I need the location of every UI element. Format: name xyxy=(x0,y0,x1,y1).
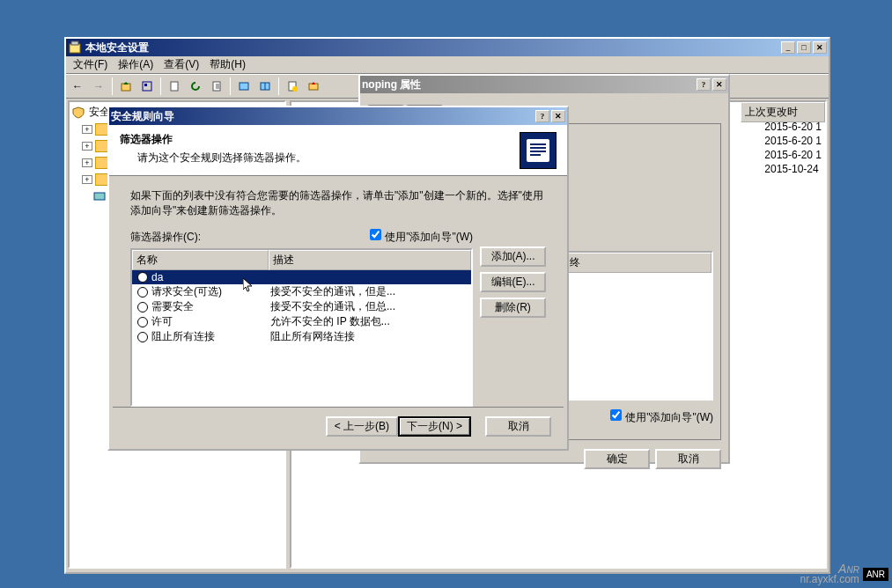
list-row[interactable]: 2015-6-20 1 xyxy=(764,148,822,162)
svg-rect-4 xyxy=(144,84,147,86)
svg-rect-2 xyxy=(122,84,130,91)
tb-icon-3[interactable] xyxy=(234,77,254,96)
menu-file[interactable]: 文件(F) xyxy=(68,55,113,74)
list-row[interactable]: 2015-6-20 1 xyxy=(764,120,822,134)
filter-list[interactable]: 名称 描述 da 请求安全(可选) 接受不安全的通讯，但是... xyxy=(130,248,473,407)
help-button[interactable]: ? xyxy=(535,110,549,122)
back-button[interactable]: ← xyxy=(68,77,87,96)
radio-icon[interactable] xyxy=(137,332,148,342)
tb-icon-1[interactable] xyxy=(137,77,157,96)
expand-icon[interactable]: + xyxy=(82,158,92,167)
wizard-header: 筛选器操作 请为这个安全规则选择筛选器操作。 xyxy=(109,125,567,176)
svg-point-10 xyxy=(292,86,298,92)
add-button[interactable]: 添加(A)... xyxy=(480,246,546,267)
wizard-title: 安全规则向导 xyxy=(111,109,535,124)
list-row[interactable]: 2015-6-20 1 xyxy=(764,134,822,148)
edit-button[interactable]: 编辑(E)... xyxy=(480,272,546,292)
radio-icon[interactable] xyxy=(137,272,148,283)
close-button[interactable]: ✕ xyxy=(551,110,565,122)
max-button[interactable]: □ xyxy=(797,41,811,54)
wizard-heading: 筛选器操作 xyxy=(120,132,520,147)
svg-rect-7 xyxy=(240,83,248,90)
props-title: noping 属性 xyxy=(362,77,697,92)
use-wizard-checkbox[interactable]: 使用"添加向导"(W) xyxy=(370,229,473,245)
list-row[interactable]: 2015-10-24 xyxy=(764,162,822,176)
watermark: ANR nr.ayxkf.com ANR xyxy=(800,564,888,584)
svg-rect-12 xyxy=(94,193,105,200)
menu-view[interactable]: 查看(V) xyxy=(158,55,204,74)
filter-row[interactable]: 请求安全(可选) 接受不安全的通讯，但是... xyxy=(132,284,471,299)
watermark-badge: ANR xyxy=(863,568,888,581)
filter-list-label: 筛选器操作(C): xyxy=(130,230,201,245)
remove-button[interactable]: 删除(R) xyxy=(480,298,546,318)
menu-action[interactable]: 操作(A) xyxy=(113,55,158,74)
radio-icon[interactable] xyxy=(137,287,148,298)
radio-icon[interactable] xyxy=(137,317,148,327)
new-policy-button[interactable] xyxy=(283,77,302,96)
col-desc[interactable]: 描述 xyxy=(269,250,471,270)
svg-rect-11 xyxy=(309,84,318,90)
refresh-button[interactable] xyxy=(186,77,205,96)
close-button[interactable]: ✕ xyxy=(712,78,726,91)
radio-icon[interactable] xyxy=(137,302,148,312)
server-icon xyxy=(92,190,107,202)
filter-row[interactable]: 许可 允许不安全的 IP 数据包... xyxy=(132,314,471,329)
expand-icon[interactable]: + xyxy=(82,142,92,151)
help-button[interactable]: ? xyxy=(697,78,711,91)
wizard-titlebar[interactable]: 安全规则向导 ? ✕ xyxy=(109,107,567,125)
up-button[interactable] xyxy=(116,77,136,96)
filter-row[interactable]: 阻止所有连接 阻止所有网络连接 xyxy=(132,329,471,344)
close-button[interactable]: ✕ xyxy=(813,41,827,54)
main-title: 本地安全设置 xyxy=(85,40,781,55)
scroll-icon xyxy=(520,132,557,169)
wizard-dialog: 安全规则向导 ? ✕ 筛选器操作 请为这个安全规则选择筛选器操作。 如果下面的列… xyxy=(107,106,569,451)
back-button[interactable]: < 上一步(B) xyxy=(326,416,398,437)
svg-rect-5 xyxy=(171,82,178,91)
wizard-instructions: 如果下面的列表中没有符合您需要的筛选器操作，请单击"添加"创建一个新的。选择"使… xyxy=(130,188,546,218)
min-button[interactable]: _ xyxy=(781,41,795,54)
main-titlebar[interactable]: 本地安全设置 _ □ ✕ xyxy=(66,39,829,56)
svg-rect-1 xyxy=(71,41,78,45)
props-titlebar[interactable]: noping 属性 ? ✕ xyxy=(360,76,728,93)
col-tunnel[interactable]: 隧道终 xyxy=(544,253,711,273)
col-name[interactable]: 名称 xyxy=(132,250,269,270)
shield-icon xyxy=(71,107,85,119)
tb-icon-2[interactable] xyxy=(165,77,184,96)
next-button[interactable]: 下一步(N) > xyxy=(398,416,471,437)
menu-help[interactable]: 帮助(H) xyxy=(204,55,251,74)
cancel-button[interactable]: 取消 xyxy=(485,416,551,437)
filter-row-selected[interactable]: da xyxy=(132,270,471,284)
expand-icon[interactable]: + xyxy=(82,175,92,184)
export-button[interactable] xyxy=(207,77,226,96)
app-icon xyxy=(68,40,82,55)
tb-icon-4[interactable] xyxy=(255,77,275,96)
expand-icon[interactable]: + xyxy=(82,125,92,134)
wizard-subheading: 请为这个安全规则选择筛选器操作。 xyxy=(120,151,520,165)
assign-button[interactable] xyxy=(304,77,323,96)
menubar: 文件(F) 操作(A) 查看(V) 帮助(H) xyxy=(66,56,829,74)
forward-button[interactable]: → xyxy=(89,77,108,96)
filter-row[interactable]: 需要安全 接受不安全的通讯，但总... xyxy=(132,299,471,314)
cancel-button[interactable]: 取消 xyxy=(655,449,721,469)
ok-button[interactable]: 确定 xyxy=(584,449,650,469)
wizard-footer: < 上一步(B) 下一步(N) > 取消 xyxy=(113,407,564,445)
use-wizard-checkbox[interactable]: 使用"添加向导"(W) xyxy=(610,411,713,423)
wizard-body: 如果下面的列表中没有符合您需要的筛选器操作，请单击"添加"创建一个新的。选择"使… xyxy=(109,176,567,419)
